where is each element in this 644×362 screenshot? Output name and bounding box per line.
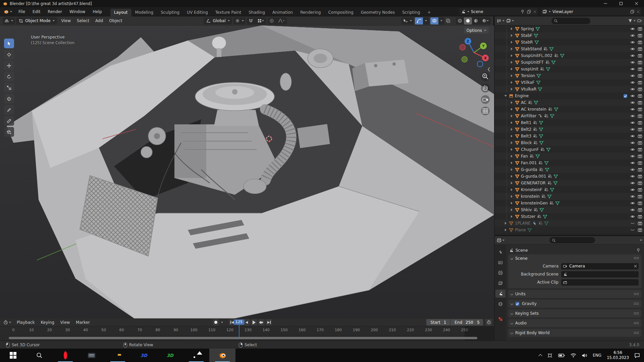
disable-render-camera-icon[interactable] bbox=[638, 127, 642, 132]
proportional-edit-toggle[interactable] bbox=[268, 17, 276, 24]
clear-field-icon[interactable] bbox=[634, 264, 637, 268]
expand-arrow-icon[interactable] bbox=[511, 215, 513, 218]
properties-tab[interactable] bbox=[495, 269, 505, 277]
taskbar-app-button[interactable] bbox=[26, 349, 52, 362]
object-name[interactable]: GENERATOR bbox=[521, 181, 546, 185]
panel-drag-handle[interactable] bbox=[634, 322, 639, 324]
object-name[interactable]: AirFilter bbox=[521, 114, 536, 118]
filter-id-dropdown[interactable] bbox=[506, 18, 514, 23]
outliner-row[interactable]: VtulkaR bbox=[495, 86, 644, 93]
display-mode-dropdown[interactable] bbox=[497, 18, 504, 23]
object-name[interactable]: KronsteinF bbox=[521, 187, 542, 192]
timeline-menu-item[interactable]: Marker bbox=[73, 319, 93, 326]
workspace-tab[interactable]: + bbox=[424, 9, 434, 16]
hide-eye-icon[interactable] bbox=[630, 47, 635, 51]
snap-toggle-button[interactable] bbox=[247, 17, 255, 24]
panel-drag-handle[interactable] bbox=[634, 257, 639, 259]
disable-render-camera-icon[interactable] bbox=[638, 80, 642, 85]
outliner-row[interactable]: Belt1 bbox=[495, 119, 644, 126]
chevron-down-icon[interactable] bbox=[640, 240, 642, 241]
collapsed-panel[interactable]: Keying Sets bbox=[508, 309, 641, 317]
next-keyframe-button[interactable] bbox=[258, 319, 265, 325]
hide-eye-icon[interactable] bbox=[630, 40, 635, 45]
start-frame-field[interactable]: Start1 bbox=[426, 319, 450, 325]
hide-eye-icon[interactable] bbox=[630, 120, 635, 125]
expand-arrow-icon[interactable] bbox=[511, 141, 513, 144]
expand-arrow-icon[interactable] bbox=[511, 121, 513, 124]
outliner-row[interactable]: Stutzer bbox=[495, 213, 644, 220]
tool-button[interactable] bbox=[4, 39, 14, 48]
workspace-tab[interactable]: Texture Paint bbox=[212, 9, 245, 16]
viewlayer-selector[interactable]: ViewLayer bbox=[541, 8, 641, 15]
battery-icon[interactable] bbox=[558, 353, 565, 358]
object-name[interactable]: Block bbox=[521, 140, 532, 145]
disable-render-camera-icon[interactable] bbox=[638, 67, 642, 71]
timeline-ruler[interactable]: 0102030405060708090100110120130140150160… bbox=[0, 326, 494, 334]
panel-drag-handle[interactable] bbox=[634, 332, 639, 334]
falloff-dropdown[interactable] bbox=[276, 17, 287, 24]
object-name[interactable]: G-gurda bbox=[521, 167, 537, 172]
object-name[interactable]: kronstein bbox=[521, 194, 540, 199]
collapsed-panel[interactable]: Rigid Body World bbox=[508, 329, 641, 337]
panel-drag-handle[interactable] bbox=[634, 312, 639, 315]
object-name[interactable]: StabR bbox=[521, 40, 533, 45]
snap-settings-dropdown[interactable] bbox=[255, 17, 266, 24]
hide-eye-icon[interactable] bbox=[630, 181, 635, 185]
outliner-row[interactable]: Plane bbox=[495, 227, 644, 233]
minimize-button[interactable] bbox=[598, 0, 613, 7]
expand-arrow-icon[interactable] bbox=[504, 95, 507, 97]
3d-scene-canvas[interactable] bbox=[0, 25, 494, 341]
object-name[interactable]: SuspUnitFT bbox=[521, 60, 544, 65]
outliner-row[interactable]: Block bbox=[495, 139, 644, 146]
disable-render-camera-icon[interactable] bbox=[638, 107, 642, 112]
expand-arrow-icon[interactable] bbox=[511, 202, 513, 204]
hide-eye-icon[interactable] bbox=[630, 187, 635, 192]
disable-render-camera-icon[interactable] bbox=[638, 221, 642, 226]
expand-arrow-icon[interactable] bbox=[511, 208, 513, 211]
object-name[interactable]: Belt2 bbox=[521, 127, 531, 132]
outliner-row[interactable]: Engine bbox=[495, 93, 644, 99]
outliner-row[interactable]: AC bbox=[495, 99, 644, 106]
hide-eye-icon[interactable] bbox=[630, 174, 635, 179]
outliner-row[interactable]: GENERATOR bbox=[495, 180, 644, 186]
disable-render-camera-icon[interactable] bbox=[638, 94, 642, 98]
disable-render-camera-icon[interactable] bbox=[638, 26, 642, 31]
playhead-line[interactable] bbox=[239, 325, 239, 339]
disable-render-camera-icon[interactable] bbox=[638, 147, 642, 152]
menubar-item[interactable]: Help bbox=[89, 8, 105, 15]
disable-render-camera-icon[interactable] bbox=[638, 134, 642, 138]
timeline-menu-item[interactable]: View bbox=[57, 319, 73, 326]
outliner-row[interactable]: Fan.001 bbox=[495, 160, 644, 166]
hide-eye-icon[interactable] bbox=[630, 161, 635, 165]
pivot-point-dropdown[interactable] bbox=[233, 17, 246, 24]
field-value-widget[interactable] bbox=[561, 271, 639, 278]
object-name[interactable]: Shkiv bbox=[521, 207, 532, 212]
expand-arrow-icon[interactable] bbox=[511, 155, 513, 158]
scene-selector[interactable]: Scene bbox=[459, 8, 538, 15]
hide-eye-icon[interactable] bbox=[630, 214, 635, 219]
timeline-menu-item[interactable]: Keying bbox=[38, 319, 57, 326]
transform-orientation-dropdown[interactable]: Global bbox=[204, 17, 232, 24]
hide-eye-icon[interactable] bbox=[630, 201, 635, 205]
outliner-row[interactable]: Belt3 bbox=[495, 133, 644, 139]
properties-editor-type-button[interactable] bbox=[497, 238, 504, 243]
properties-tab[interactable] bbox=[495, 300, 505, 308]
expand-arrow-icon[interactable] bbox=[511, 135, 513, 137]
auto-keying-record-button[interactable] bbox=[213, 319, 219, 325]
tray-camera-icon[interactable] bbox=[547, 353, 553, 358]
tool-button[interactable] bbox=[4, 105, 14, 115]
outliner-row[interactable]: 1PLANE bbox=[495, 220, 644, 227]
hide-eye-icon[interactable] bbox=[630, 134, 635, 138]
use-preview-range-button[interactable] bbox=[486, 319, 492, 325]
hide-eye-icon[interactable] bbox=[630, 33, 635, 38]
close-button[interactable] bbox=[629, 0, 644, 7]
taskbar-app-button[interactable] bbox=[78, 349, 105, 362]
disable-render-camera-icon[interactable] bbox=[638, 161, 642, 165]
expand-arrow-icon[interactable] bbox=[511, 115, 513, 117]
taskbar-app-button[interactable] bbox=[209, 349, 235, 362]
current-frame-badge[interactable]: 125 bbox=[234, 319, 244, 325]
panel-drag-handle[interactable] bbox=[634, 303, 639, 305]
taskbar-app-button[interactable] bbox=[183, 349, 209, 362]
expand-arrow-icon[interactable] bbox=[511, 182, 513, 184]
disable-render-camera-icon[interactable] bbox=[638, 167, 642, 172]
